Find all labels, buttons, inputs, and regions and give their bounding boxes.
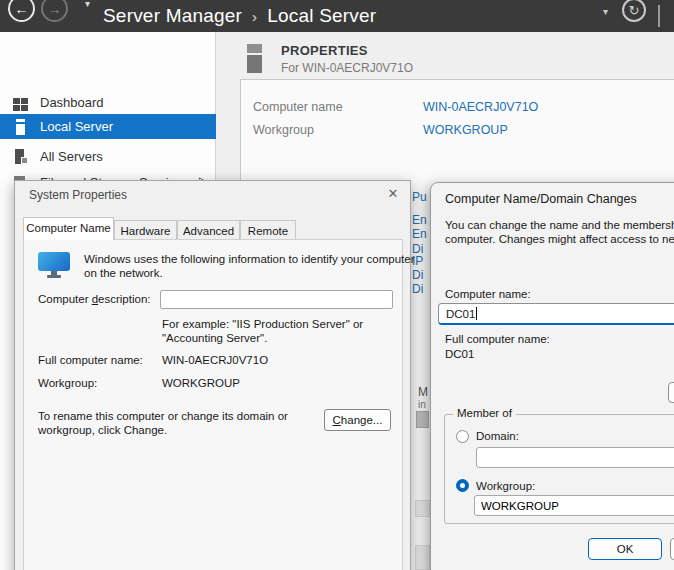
full-computer-name-label: Full computer name: [38,354,143,366]
background-clipped-strip: Pu En En Di IP Di Di M in [410,183,430,570]
clipped-link[interactable]: Pu [412,190,430,204]
computer-description-label: Computer description: [38,293,151,305]
breadcrumb-separator-icon: › [252,8,257,25]
example-text: For example: "IIS Production Server" or [162,318,363,330]
workgroup-label: Workgroup: [38,377,97,389]
member-of-label: Member of [453,407,516,419]
forward-button[interactable]: → [41,0,68,22]
clipped-link[interactable]: En [412,213,430,227]
clipped-link[interactable]: Di [412,282,430,296]
sidebar-item-label: Dashboard [40,95,104,110]
computer-name-label: Computer name: [445,288,531,300]
refresh-icon[interactable]: ↻ [622,0,646,22]
workgroup-link[interactable]: WORKGROUP [423,123,508,137]
intro-text: Windows uses the following information t… [84,253,414,265]
titlebar: ← → ▾ Server Manager › Local Server ▾ ↻ [0,0,674,32]
monitor-icon [38,252,70,279]
clipped-block [415,500,430,517]
titlebar-separator [658,5,660,27]
property-label: Workgroup [253,123,314,137]
intro-text: on the network. [84,267,163,279]
server-tile-icon [247,44,262,73]
system-properties-dialog: System Properties ✕ Computer Name Hardwa… [14,180,411,570]
workgroup-radio-label[interactable]: Workgroup: [476,480,535,492]
rename-hint-text: workgroup, click Change. [38,424,167,436]
computer-description-input[interactable] [160,290,393,309]
dialog-body-text: You can change the name and the membersh… [445,219,674,231]
dashboard-icon [13,96,29,112]
text-cursor [476,307,477,320]
computer-name-tab-page: Windows uses the following information t… [23,239,403,570]
sidebar-item-label: Local Server [40,119,113,134]
tools-caret-icon[interactable]: ▾ [603,6,608,17]
sidebar-item-local-server[interactable]: Local Server [0,114,216,139]
domain-radio-label[interactable]: Domain: [476,430,519,442]
tab-advanced[interactable]: Advanced [177,220,240,240]
example-text: "Accounting Server". [162,332,267,344]
tab-remote[interactable]: Remote [240,220,296,240]
dialog-title: System Properties [29,188,127,202]
rename-hint-text: To rename this computer or change its do… [38,410,288,422]
cancel-button[interactable] [670,538,674,560]
clipped-link[interactable]: En [412,227,430,241]
full-computer-name-label: Full computer name: [445,333,550,345]
more-button[interactable] [668,382,674,403]
servers-icon [13,149,29,165]
sidebar-item-label: All Servers [40,149,103,164]
sidebar-item-all-servers[interactable]: All Servers [0,144,216,169]
property-label: Computer name [253,100,343,114]
computer-name-link[interactable]: WIN-0AECRJ0V71O [423,100,538,114]
dialog-body-text: computer. Changes might affect access to… [445,233,674,245]
ok-button[interactable]: OK [588,538,662,560]
domain-changes-dialog: Computer Name/Domain Changes You can cha… [430,182,674,570]
breadcrumb: Server Manager › Local Server [103,0,376,32]
computer-name-input[interactable]: DC01 [438,303,674,325]
clipped-text: in [418,399,426,410]
properties-heading: PROPERTIES [281,43,368,58]
dialog-title: Computer Name/Domain Changes [445,192,637,206]
tab-hardware[interactable]: Hardware [114,220,177,240]
domain-radio[interactable] [456,430,469,443]
nav-history-caret-icon[interactable]: ▾ [85,0,90,9]
full-computer-name-value: DC01 [445,348,474,360]
sidebar-item-dashboard[interactable]: Dashboard [0,90,216,115]
close-icon[interactable]: ✕ [384,186,402,204]
tab-computer-name[interactable]: Computer Name [23,217,114,240]
clipped-text: M [418,385,428,399]
properties-subheading: For WIN-0AECRJ0V71O [281,61,413,75]
breadcrumb-root[interactable]: Server Manager [103,5,242,27]
server-icon [13,119,29,135]
clipped-block [415,545,430,570]
clipped-link[interactable]: Di [412,268,430,282]
scrollbar-thumb[interactable] [416,411,429,428]
change-button[interactable]: Change... [324,409,391,431]
workgroup-radio[interactable] [456,479,469,492]
full-computer-name-value: WIN-0AECRJ0V71O [162,354,268,366]
clipped-link[interactable]: IP [412,254,430,268]
workgroup-value: WORKGROUP [162,377,240,389]
back-button[interactable]: ← [8,0,35,22]
breadcrumb-current[interactable]: Local Server [267,5,376,27]
domain-input[interactable] [476,447,674,468]
workgroup-input[interactable] [474,495,674,516]
